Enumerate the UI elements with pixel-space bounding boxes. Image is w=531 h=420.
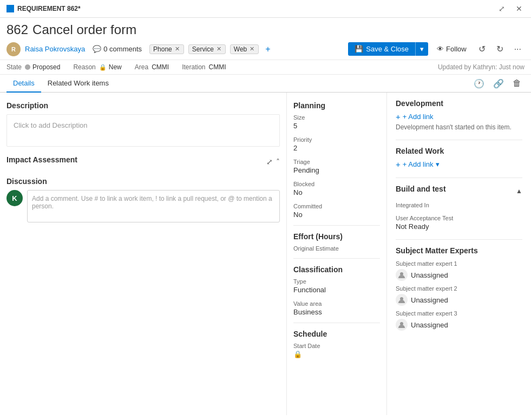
tab-details[interactable]: Details: [6, 75, 41, 93]
user-acceptance-field: User Acceptance Test Not Ready: [396, 215, 522, 231]
schedule-section: Schedule Start Date 🔒: [293, 330, 380, 358]
close-button[interactable]: ✕: [514, 3, 525, 14]
tab-icons: 🕐 🔗 🗑: [470, 76, 525, 91]
sme-1-value[interactable]: Unassigned: [411, 271, 448, 279]
collapse-button[interactable]: ⤢: [496, 3, 507, 14]
type-value[interactable]: Functional: [293, 286, 380, 294]
follow-button[interactable]: 👁 Follow: [432, 43, 471, 55]
collapse-icon-btn[interactable]: ˄: [276, 158, 280, 166]
lock-icon: 🔒: [99, 64, 107, 71]
remove-tag-phone[interactable]: ✕: [174, 45, 180, 52]
iteration-field: Iteration CMMI: [182, 63, 226, 71]
state-value[interactable]: Proposed: [25, 63, 60, 71]
related-work-section: Related Work + + Add link ▾: [396, 147, 522, 169]
title-bar: REQUIREMENT 862* ⤢ ✕: [0, 0, 531, 18]
sme-1: Subject matter expert 1 Unassigned: [396, 260, 522, 281]
save-close-main[interactable]: 💾 Save & Close: [348, 42, 415, 56]
value-area-value[interactable]: Business: [293, 308, 380, 316]
eye-icon: 👁: [437, 45, 444, 53]
save-close-label: Save & Close: [366, 45, 409, 53]
planning-section: Planning Size 5 Priority 2 Triage Pendin…: [293, 101, 380, 219]
comments-button[interactable]: 💬 0 comments: [89, 44, 145, 54]
tag-web: Web ✕: [230, 44, 259, 54]
size-field: Size 5: [293, 114, 380, 130]
more-options-button[interactable]: ···: [511, 42, 525, 56]
work-item-header: 862 Cancel order form R Raisa Pokrovskay…: [0, 18, 531, 60]
redo-button[interactable]: ↻: [493, 42, 507, 56]
start-date-field: Start Date 🔒: [293, 343, 380, 358]
user-name[interactable]: Raisa Pokrovskaya: [25, 45, 85, 53]
reason-field: Reason 🔒 New: [73, 63, 121, 71]
reason-label: Reason: [73, 63, 95, 71]
priority-value[interactable]: 2: [293, 144, 380, 152]
blocked-value[interactable]: No: [293, 188, 380, 196]
discussion-input[interactable]: Add a comment. Use # to link a work item…: [27, 190, 280, 222]
delete-icon-btn[interactable]: 🗑: [509, 76, 525, 91]
undo-button[interactable]: ↺: [475, 42, 489, 56]
sme-3-value[interactable]: Unassigned: [411, 321, 448, 329]
divider-2: [293, 258, 380, 259]
history-icon-btn[interactable]: 🕐: [470, 76, 488, 91]
tab-related-work-items[interactable]: Related Work items: [41, 75, 115, 93]
integrated-in-label: Integrated In: [396, 202, 522, 208]
start-date-value[interactable]: 🔒: [293, 350, 380, 358]
impact-section-title: Impact Assessment: [6, 155, 77, 164]
reason-value[interactable]: 🔒 New: [99, 63, 122, 71]
title-bar-left: REQUIREMENT 862*: [6, 5, 81, 12]
divider-right-1: [396, 140, 522, 140]
sme-2-value[interactable]: Unassigned: [411, 296, 448, 304]
plus-icon: +: [396, 112, 401, 121]
link-icon-btn[interactable]: 🔗: [490, 76, 507, 91]
type-field: Type Functional: [293, 278, 380, 294]
planning-section-title: Planning: [293, 101, 380, 110]
main-content: Description Click to add Description Imp…: [0, 93, 531, 415]
effort-section: Effort (Hours) Original Estimate: [293, 232, 380, 252]
middle-panel: Planning Size 5 Priority 2 Triage Pendin…: [287, 93, 387, 415]
add-tag-button[interactable]: +: [263, 44, 272, 54]
remove-tag-web[interactable]: ✕: [249, 45, 255, 52]
expand-icon-btn[interactable]: ⤢: [266, 158, 273, 166]
sme-3: Subject matter expert 3 Unassigned: [396, 310, 522, 331]
triage-value[interactable]: Pending: [293, 166, 380, 174]
sme-3-avatar: [396, 319, 408, 331]
dev-add-link-button[interactable]: + + Add link: [396, 112, 434, 121]
sme-1-label: Subject matter expert 1: [396, 260, 522, 267]
user-acceptance-value[interactable]: Not Ready: [396, 222, 522, 231]
area-value[interactable]: CMMI: [152, 63, 169, 71]
description-section-title: Description: [6, 101, 280, 110]
sme-1-avatar: [396, 269, 408, 281]
dev-note: Development hasn't started on this item.: [396, 123, 522, 131]
value-area-label: Value area: [293, 300, 380, 307]
build-test-section-title: Build and test: [396, 185, 446, 193]
schedule-section-title: Schedule: [293, 330, 380, 338]
updated-info: Updated by Kathryn: Just now: [438, 63, 525, 71]
user-avatar: R: [6, 42, 21, 56]
classification-section-title: Classification: [293, 265, 380, 274]
iteration-value[interactable]: CMMI: [209, 63, 226, 71]
remove-tag-service[interactable]: ✕: [216, 45, 222, 52]
size-value[interactable]: 5: [293, 122, 380, 130]
tag-service: Service ✕: [188, 44, 226, 54]
triage-field: Triage Pending: [293, 159, 380, 174]
sme-2-label: Subject matter expert 2: [396, 285, 522, 292]
type-label: Type: [293, 278, 380, 285]
discussion-section-title: Discussion: [6, 177, 280, 186]
description-area[interactable]: Click to add Description: [6, 114, 280, 147]
related-work-add-link-button[interactable]: + + Add link ▾: [396, 160, 440, 169]
chevron-down-icon: ▾: [436, 160, 440, 168]
triage-label: Triage: [293, 159, 380, 165]
work-item-title[interactable]: Cancel order form: [32, 22, 136, 37]
blocked-label: Blocked: [293, 181, 380, 187]
impact-assessment-section: Impact Assessment ⤢ ˄: [6, 155, 280, 168]
development-section: Development + + Add link Development has…: [396, 99, 522, 131]
description-placeholder: Click to add Description: [14, 121, 88, 129]
build-test-header[interactable]: Build and test ▲: [396, 185, 522, 198]
toolbar-row: R Raisa Pokrovskaya 💬 0 comments Phone ✕…: [6, 42, 525, 56]
committed-value[interactable]: No: [293, 211, 380, 219]
discussion-section: Discussion K Add a comment. Use # to lin…: [6, 177, 280, 222]
state-label: State: [6, 63, 22, 71]
save-close-button[interactable]: 💾 Save & Close ▾: [348, 42, 428, 56]
start-date-label: Start Date: [293, 343, 380, 349]
size-label: Size: [293, 114, 380, 121]
save-close-dropdown[interactable]: ▾: [415, 42, 428, 56]
